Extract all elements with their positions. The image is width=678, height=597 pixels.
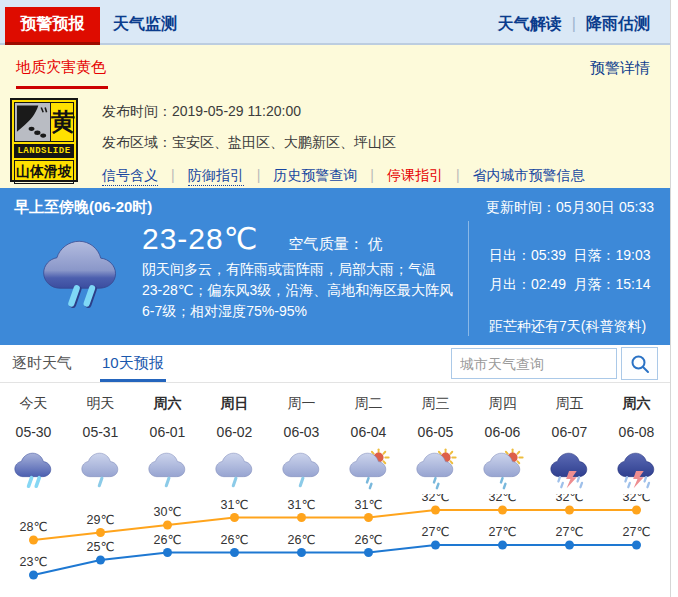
warning-section: 地质灾害黄色 预警详情 (0, 45, 670, 188)
day-date: 06-03 (268, 424, 335, 440)
forecast-column-06-06: 周四06-06 (469, 395, 536, 494)
day-name: 周六 (603, 395, 670, 413)
forecast-column-06-02: 周日06-02 (201, 395, 268, 494)
tab-ten-day-forecast[interactable]: 10天预报 (100, 345, 166, 382)
warning-link-separator: | (171, 167, 175, 183)
weather-icon-sun-shower (402, 447, 469, 494)
sun-moon-item-2: 月出：02:49 (489, 276, 570, 294)
svg-text:26℃: 26℃ (355, 533, 383, 547)
weather-icon-sun-shower (469, 447, 536, 494)
svg-text:26℃: 26℃ (154, 533, 182, 547)
weather-icon-sun-shower (335, 447, 402, 494)
day-name: 周五 (536, 395, 603, 413)
svg-text:32℃: 32℃ (489, 494, 517, 504)
warning-type-title[interactable]: 地质灾害黄色 (16, 58, 108, 89)
landslide-warning-sign: 黄 LANDSLIDE 山体滑坡 (10, 98, 78, 182)
city-search-input[interactable] (451, 348, 617, 379)
weather-icon-thunderstorm (603, 447, 670, 494)
forecast-column-06-05: 周三06-05 (402, 395, 469, 494)
day-date: 05-30 (0, 424, 67, 440)
day-name: 周四 (469, 395, 536, 413)
ten-day-forecast: 今天05-30 明天05-31 周六06-01 周日06-02 周一06-03 … (0, 383, 670, 597)
day-date: 06-08 (603, 424, 670, 440)
panel-header-row: 早上至傍晚(06-20时) 更新时间：05月30日 05:33 (14, 198, 654, 217)
tab-hourly-weather[interactable]: 逐时天气 (10, 345, 74, 382)
forecast-period-title: 早上至傍晚(06-20时) (14, 198, 152, 217)
day-columns: 今天05-30 明天05-31 周六06-01 周日06-02 周一06-03 … (0, 395, 670, 494)
nav-link-weather-interpretation[interactable]: 天气解读 (498, 15, 562, 32)
search-icon (630, 354, 650, 374)
current-weather-rain-icon (36, 227, 128, 336)
air-quality: 空气质量： 优 (288, 235, 382, 254)
forecast-tabs-bar: 逐时天气 10天预报 (0, 345, 670, 383)
warning-link-signal-meaning[interactable]: 信号含义 (102, 167, 158, 186)
publish-area-label: 发布区域： (102, 134, 172, 150)
nav-link-rainfall-estimate[interactable]: 降雨估测 (586, 15, 650, 32)
forecast-column-05-30: 今天05-30 (0, 395, 67, 494)
svg-text:30℃: 30℃ (154, 505, 182, 519)
solar-term-note: 距芒种还有7天(科普资料) (489, 318, 654, 336)
publish-area-row: 发布区域：宝安区、盐田区、大鹏新区、坪山区 (102, 134, 585, 152)
temp-line: 23-28℃ 空气质量： 优 (142, 221, 454, 256)
day-name: 周六 (134, 395, 201, 413)
svg-text:27℃: 27℃ (556, 525, 584, 539)
publish-time-row: 发布时间：2019-05-29 11:20:00 (102, 103, 585, 121)
day-name: 周一 (268, 395, 335, 413)
svg-text:28℃: 28℃ (20, 520, 48, 534)
day-name: 周二 (335, 395, 402, 413)
publish-time-value: 2019-05-29 11:20:00 (172, 103, 301, 119)
svg-text:31℃: 31℃ (355, 498, 383, 512)
svg-text:29℃: 29℃ (87, 513, 115, 527)
publish-time-label: 发布时间： (102, 103, 172, 119)
publish-area-value: 宝安区、盐田区、大鹏新区、坪山区 (172, 134, 396, 150)
weather-icon-rain-light (134, 447, 201, 494)
svg-text:26℃: 26℃ (288, 533, 316, 547)
weather-icon-rain-light (201, 447, 268, 494)
page-content: 预警预报 天气监测 天气解读|降雨估测 地质灾害黄色 预警详情 (0, 0, 671, 597)
warning-detail-link[interactable]: 预警详情 (590, 59, 650, 78)
update-time: 更新时间：05月30日 05:33 (486, 199, 654, 217)
nav-tab-weather-monitor[interactable]: 天气监测 (113, 14, 177, 35)
nav-tab-warning-forecast[interactable]: 预警预报 (5, 7, 100, 45)
day-date: 05-31 (67, 424, 134, 440)
current-weather-panel: 早上至傍晚(06-20时) 更新时间：05月30日 05:33 23-28℃ 空… (0, 188, 670, 345)
warning-link-history-warning-query[interactable]: 历史预警查询 (273, 167, 357, 183)
weather-page: 预警预报 天气监测 天气解读|降雨估测 地质灾害黄色 预警详情 (0, 0, 678, 597)
warning-links-row: 信号含义|防御指引|历史预警查询|停课指引|省内城市预警信息 (102, 167, 585, 185)
weather-icon-rain-light (67, 447, 134, 494)
svg-text:32℃: 32℃ (623, 494, 651, 504)
warning-sign-cn-label: 山体滑坡 (14, 160, 74, 184)
warning-link-class-suspension-guide[interactable]: 停课指引 (387, 167, 443, 183)
forecast-column-06-03: 周一06-03 (268, 395, 335, 494)
day-date: 06-05 (402, 424, 469, 440)
day-name: 周三 (402, 395, 469, 413)
svg-text:32℃: 32℃ (556, 494, 584, 504)
nav-link-separator: | (572, 15, 576, 32)
temperature-range: 23-28℃ (142, 221, 258, 256)
ten-day-temperature-chart: 28℃29℃30℃31℃31℃31℃32℃32℃32℃32℃23℃25℃26℃2… (0, 494, 670, 597)
sun-moon-grid: 日出：05:39日落：19:03月出：02:49月落：15:14 (489, 247, 654, 294)
search-button[interactable] (621, 347, 658, 380)
forecast-column-06-01: 周六06-01 (134, 395, 201, 494)
nav-links: 天气解读|降雨估测 (498, 14, 650, 35)
warning-link-defense-guide[interactable]: 防御指引 (188, 167, 244, 186)
warning-level-char: 黄 (51, 103, 75, 141)
svg-text:25℃: 25℃ (87, 540, 115, 554)
forecast-column-06-07: 周五06-07 (536, 395, 603, 494)
warning-body: 黄 LANDSLIDE 山体滑坡 发布时间：2019-05-29 11:20:0… (0, 88, 670, 185)
sun-moon-item-3: 月落：15:14 (574, 276, 655, 294)
sun-moon-item-0: 日出：05:39 (489, 247, 570, 265)
warning-link-separator: | (257, 167, 261, 183)
sun-moon-item-1: 日落：19:03 (574, 247, 655, 265)
svg-text:31℃: 31℃ (288, 498, 316, 512)
day-date: 06-04 (335, 424, 402, 440)
warning-sign-en-label: LANDSLIDE (14, 144, 74, 158)
warning-link-separator: | (370, 167, 374, 183)
warning-info: 发布时间：2019-05-29 11:20:00 发布区域：宝安区、盐田区、大鹏… (102, 98, 585, 185)
city-search (451, 345, 658, 382)
svg-text:31℃: 31℃ (221, 498, 249, 512)
day-name: 今天 (0, 395, 67, 413)
warning-link-province-city-warnings[interactable]: 省内城市预警信息 (473, 167, 585, 183)
forecast-column-05-31: 明天05-31 (67, 395, 134, 494)
day-date: 06-06 (469, 424, 536, 440)
